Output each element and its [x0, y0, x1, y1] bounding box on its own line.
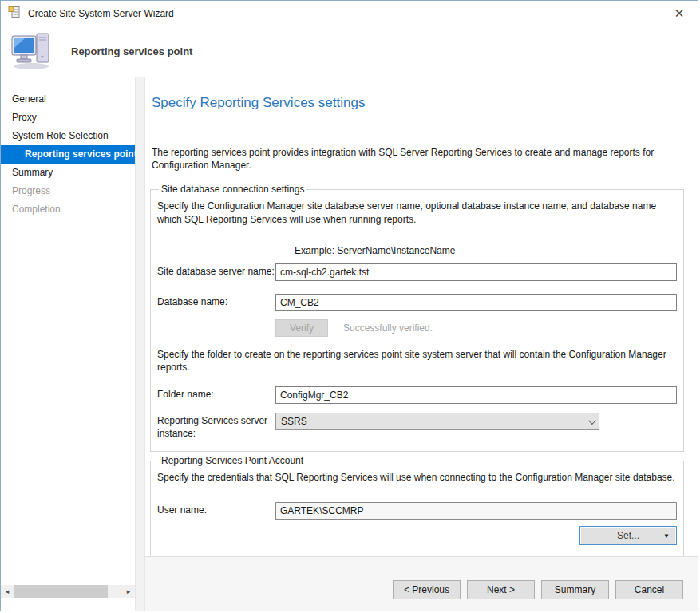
db-group-description: Specify the Configuration Manager site d… — [157, 200, 677, 225]
site-database-connection-group-title: Site database connection settings — [159, 184, 306, 195]
user-name-input[interactable] — [275, 502, 677, 520]
scrollbar-thumb[interactable] — [14, 585, 108, 598]
sidebar-item-general[interactable]: General — [1, 90, 135, 109]
site-database-server-name-input[interactable] — [275, 263, 677, 281]
folder-name-input[interactable] — [275, 386, 677, 404]
folder-description: Specify the folder to create on the repo… — [157, 348, 677, 374]
computer-icon — [10, 30, 55, 73]
wizard-icon — [8, 6, 21, 21]
sidebar-item-completion: Completion — [1, 200, 135, 219]
reporting-services-instance-dropdown[interactable]: SSRS — [275, 413, 599, 430]
account-group-description: Specify the credentials that SQL Reporti… — [157, 471, 677, 484]
previous-button[interactable]: < Previous — [393, 580, 461, 599]
reporting-services-instance-value: SSRS — [281, 416, 588, 427]
database-name-input[interactable] — [275, 294, 677, 311]
database-name-label: Database name: — [157, 294, 275, 311]
reporting-services-instance-label: Reporting Services server instance: — [157, 413, 275, 440]
sidebar-item-reporting-services-point[interactable]: Reporting services point — [1, 145, 135, 164]
sidebar-item-system-role-selection[interactable]: System Role Selection — [1, 127, 135, 145]
user-name-label: User name: — [157, 502, 275, 520]
window-title: Create Site System Server Wizard — [28, 8, 174, 19]
wizard-header: Reporting services point — [1, 26, 698, 77]
page-intro-text: The reporting services point provides in… — [152, 146, 682, 172]
sidebar-item-summary[interactable]: Summary — [1, 164, 135, 182]
next-button[interactable]: Next > — [467, 580, 535, 599]
scroll-right-icon[interactable]: ▸ — [122, 585, 135, 598]
page-content: Specify Reporting Services settings The … — [145, 77, 698, 556]
verify-status-text: Successfully verified. — [343, 322, 433, 334]
verify-button: Verify — [275, 319, 328, 337]
close-icon[interactable]: ✕ — [669, 3, 690, 24]
site-database-server-name-label: Site database server name: — [157, 263, 275, 281]
scroll-left-icon[interactable]: ◂ — [1, 585, 14, 598]
wizard-window: Create Site System Server Wizard ✕ Repor… — [0, 0, 698, 611]
reporting-services-point-account-group: Reporting Services Point Account Specify… — [150, 455, 684, 556]
summary-button[interactable]: Summary — [541, 580, 609, 599]
page-heading: Specify Reporting Services settings — [152, 95, 684, 111]
sidebar-horizontal-scrollbar[interactable]: ◂ ▸ — [1, 585, 135, 598]
page-title: Reporting services point — [71, 45, 192, 57]
sidebar-item-progress: Progress — [1, 182, 135, 200]
set-account-button[interactable]: Set... ▼ — [579, 526, 677, 545]
server-name-example: Example: ServerName\InstanceName — [295, 245, 677, 256]
title-bar[interactable]: Create Site System Server Wizard ✕ — [1, 1, 698, 26]
chevron-down-icon — [588, 417, 596, 425]
site-database-connection-group: Site database connection settings Specif… — [150, 184, 684, 452]
reporting-services-point-account-group-title: Reporting Services Point Account — [159, 455, 306, 466]
cancel-button[interactable]: Cancel — [615, 580, 683, 599]
folder-name-label: Folder name: — [157, 386, 275, 404]
set-account-button-label: Set... — [617, 530, 639, 541]
dropdown-arrow-icon: ▼ — [663, 532, 670, 540]
wizard-steps-sidebar: General Proxy System Role Selection Repo… — [1, 77, 135, 611]
wizard-footer: < Previous Next > Summary Cancel — [145, 556, 698, 611]
sidebar-item-proxy[interactable]: Proxy — [1, 109, 135, 127]
